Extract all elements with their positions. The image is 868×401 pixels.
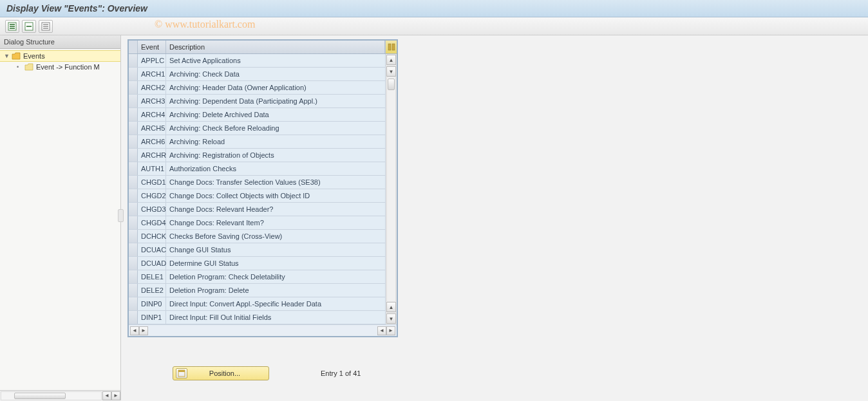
cell-event: CHGD3 <box>138 203 166 216</box>
tree-horizontal-scrollbar[interactable]: ◄ ► <box>0 390 120 400</box>
cell-event: DELE1 <box>138 270 166 283</box>
scroll-step-up-icon[interactable]: ▲ <box>386 302 396 312</box>
cell-description: Deletion Program: Delete <box>166 284 385 297</box>
splitter-handle[interactable] <box>118 209 124 222</box>
scroll-right-icon[interactable]: ◄ <box>377 326 386 335</box>
table-row[interactable]: ARCH4Archiving: Delete Archived Data <box>129 108 385 122</box>
row-selector[interactable] <box>129 216 138 229</box>
cell-description: Archiving: Dependent Data (Participating… <box>166 95 385 107</box>
row-selector[interactable] <box>129 162 138 175</box>
svg-rect-13 <box>178 370 185 372</box>
table-row[interactable]: CHGD1Change Docs: Transfer Selection Val… <box>129 176 385 189</box>
scroll-step-down-icon[interactable]: ▼ <box>386 66 396 77</box>
row-selector[interactable] <box>129 149 138 162</box>
cell-description: Archiving: Check Data <box>166 68 385 80</box>
cell-event: ARCH1 <box>138 68 166 80</box>
row-selector[interactable] <box>129 95 138 107</box>
row-selector[interactable] <box>129 81 138 94</box>
row-selector[interactable] <box>129 203 138 216</box>
row-selector[interactable] <box>129 68 138 80</box>
table-horizontal-scrollbar[interactable]: ◄ ► ◄ ► <box>129 324 397 336</box>
row-selector[interactable] <box>129 230 138 243</box>
cell-event: DINP1 <box>138 311 166 324</box>
cell-description: Archiving: Registration of Objects <box>166 149 385 162</box>
table-row[interactable]: DINP0Direct Input: Convert Appl.-Specifi… <box>129 297 385 311</box>
cell-description: Authorization Checks <box>166 162 385 175</box>
scroll-last-icon[interactable]: ► <box>386 326 395 335</box>
row-selector[interactable] <box>129 270 138 283</box>
scroll-first-icon[interactable]: ◄ <box>130 326 139 335</box>
row-selector[interactable] <box>129 122 138 135</box>
table-row[interactable]: ARCHRArchiving: Registration of Objects <box>129 149 385 162</box>
cell-description: Archiving: Header Data (Owner Applicatio… <box>166 81 385 94</box>
tree-expand-icon[interactable]: ▼ <box>4 53 9 59</box>
cell-description: Change Docs: Relevant Header? <box>166 203 385 216</box>
expand-all-button[interactable] <box>5 20 19 33</box>
row-selector[interactable] <box>129 311 138 324</box>
table-row[interactable]: DCHCKChecks Before Saving (Cross-View) <box>129 230 385 243</box>
table-row[interactable]: AUTH1Authorization Checks <box>129 162 385 176</box>
tree-node-events[interactable]: ▼ Events <box>0 50 120 62</box>
cell-description: Set Active Applications <box>166 54 385 67</box>
table-row[interactable]: DINP1Direct Input: Fill Out Initial Fiel… <box>129 311 385 324</box>
cell-event: DCUAD <box>138 257 166 270</box>
cell-event: CHGD2 <box>138 189 166 202</box>
row-selector[interactable] <box>129 54 138 67</box>
table-header-row: Event Description <box>129 41 397 54</box>
svg-rect-1 <box>10 24 15 25</box>
row-selector[interactable] <box>129 257 138 270</box>
row-selector[interactable] <box>129 176 138 189</box>
table-row[interactable]: ARCH6Archiving: Reload <box>129 135 385 149</box>
tree-node-label: Events <box>23 52 45 60</box>
svg-rect-10 <box>388 44 391 50</box>
table-row[interactable]: CHGD2Change Docs: Collect Objects with O… <box>129 189 385 203</box>
cell-event: ARCH3 <box>138 95 166 107</box>
scrollbar-track[interactable] <box>386 77 396 301</box>
row-selector[interactable] <box>129 189 138 202</box>
row-selector[interactable] <box>129 297 138 310</box>
table-row[interactable]: ARCH1Archiving: Check Data <box>129 68 385 81</box>
table-row[interactable]: CHGD3Change Docs: Relevant Header? <box>129 203 385 216</box>
table-row[interactable]: ARCH3Archiving: Dependent Data (Particip… <box>129 95 385 108</box>
deselect-all-button[interactable] <box>39 20 53 33</box>
scroll-left-icon[interactable]: ► <box>139 326 148 335</box>
tree-bullet-icon: • <box>17 64 22 70</box>
table-row[interactable]: ARCH5Archiving: Check Before Reloading <box>129 122 385 135</box>
select-all-header[interactable] <box>129 41 138 53</box>
scrollbar-thumb[interactable] <box>388 79 395 90</box>
position-button[interactable]: Position... <box>173 366 269 380</box>
row-selector[interactable] <box>129 284 138 297</box>
table-row[interactable]: DCUACChange GUI Status <box>129 243 385 257</box>
row-selector[interactable] <box>129 243 138 256</box>
scroll-up-icon[interactable]: ▲ <box>386 55 396 65</box>
cell-event: APPLC <box>138 54 166 67</box>
scrollbar-thumb[interactable] <box>14 393 66 399</box>
column-header-event[interactable]: Event <box>138 41 166 53</box>
table-row[interactable]: DELE1Deletion Program: Check Deletabilit… <box>129 270 385 284</box>
content-panel: Event Description APPLCSet Active Applic… <box>121 35 868 400</box>
cell-event: DCUAC <box>138 243 166 256</box>
row-selector[interactable] <box>129 135 138 148</box>
table-row[interactable]: DELE2Deletion Program: Delete <box>129 284 385 297</box>
cell-description: Archiving: Check Before Reloading <box>166 122 385 135</box>
table-settings-button[interactable] <box>385 41 397 53</box>
tree-node-event-function[interactable]: • Event -> Function M <box>0 62 120 72</box>
cell-description: Change Docs: Transfer Selection Values (… <box>166 176 385 189</box>
scroll-right-icon[interactable]: ► <box>111 391 120 400</box>
table-row[interactable]: APPLCSet Active Applications <box>129 54 385 68</box>
cell-description: Change Docs: Collect Objects with Object… <box>166 189 385 202</box>
table-row[interactable]: DCUADDetermine GUI Status <box>129 257 385 270</box>
vertical-scrollbar[interactable]: ▲ ▼ ▲ ▼ <box>385 54 397 324</box>
table-row[interactable]: ARCH2Archiving: Header Data (Owner Appli… <box>129 81 385 95</box>
scroll-down-icon[interactable]: ▼ <box>386 313 396 324</box>
cell-event: ARCH5 <box>138 122 166 135</box>
tree-header: Dialog Structure <box>0 35 120 49</box>
cell-description: Change Docs: Relevant Item? <box>166 216 385 229</box>
table-row[interactable]: CHGD4Change Docs: Relevant Item? <box>129 216 385 230</box>
watermark: © www.tutorialkart.com <box>155 19 255 30</box>
scroll-left-icon[interactable]: ◄ <box>102 391 111 400</box>
collapse-all-button[interactable] <box>22 20 36 33</box>
dialog-structure-panel: Dialog Structure ▼ Events • Event -> Fun… <box>0 35 121 400</box>
column-header-description[interactable]: Description <box>166 41 385 53</box>
row-selector[interactable] <box>129 108 138 121</box>
